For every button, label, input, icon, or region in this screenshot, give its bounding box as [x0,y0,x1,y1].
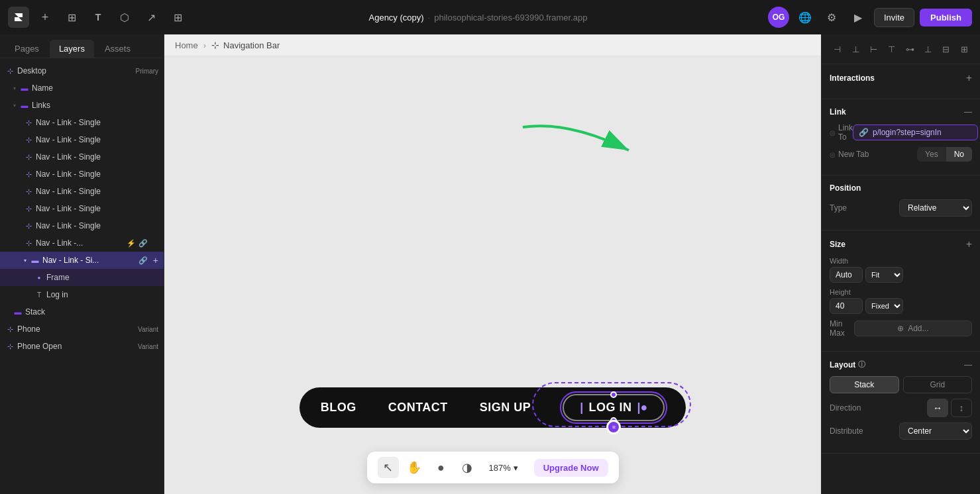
app-url: philosophical-stories-693990.framer.app [434,13,587,23]
layer-nav-link-7[interactable]: ⊹ Nav - Link - Single + [0,217,164,234]
add-size-btn[interactable]: + [966,238,972,250]
layer-phone-open[interactable]: ⊹ Phone Open Variant [0,338,164,355]
layers-content: ⊹ Desktop Primary ▾ ▬ Name ▾ ▬ Links ⊹ N… [0,58,164,494]
layer-nav-link-truncated[interactable]: ⊹ Nav - Link -... ⚡ 🔗 + [0,234,164,252]
layout-type-btns: Stack Grid [830,376,972,393]
play-btn[interactable]: ▶ [847,7,869,28]
upgrade-btn[interactable]: Upgrade Now [534,459,608,477]
height-type-select[interactable]: Fixed Fit Fill [865,298,903,314]
zoom-level: 187% [488,463,510,473]
add-btn[interactable]: + [34,7,56,28]
layer-nav-link-6[interactable]: ⊹ Nav - Link - Single + [0,200,164,217]
add-min-max-btn[interactable]: ⊕ Add... [854,321,972,336]
layer-phone-badge: Variant [138,326,158,333]
link-btn[interactable]: ↗ [140,7,162,28]
layer-desktop-badge: Primary [136,68,158,75]
layer-nav-link-4[interactable]: ⊹ Nav - Link - Single + [0,166,164,183]
position-header: Position [830,183,972,193]
tab-pages[interactable]: Pages [5,40,48,58]
settings-btn[interactable]: ⚙ [821,7,842,28]
layer-nav-link-1[interactable]: ⊹ Nav - Link - Single + [0,114,164,131]
layout-collapse-btn[interactable]: — [964,360,972,370]
direction-row: Direction ↔ ↕ [830,399,972,417]
link-collapse-btn[interactable]: — [964,107,972,117]
new-tab-no-btn[interactable]: No [946,147,972,162]
distribute-select[interactable]: Center Start End Space Between [899,422,972,440]
green-arrow [516,114,649,170]
dir-vertical-btn[interactable]: ↕ [951,399,972,417]
link-to-row: ◎ Link To 🔗 [830,123,972,142]
layer-desktop[interactable]: ⊹ Desktop Primary [0,62,164,79]
new-tab-yes-btn[interactable]: Yes [917,147,946,162]
frame-icon-stack: ▬ [13,307,23,317]
publish-button[interactable]: Publish [920,9,972,26]
layer-phone[interactable]: ⊹ Phone Variant [0,321,164,338]
layer-links[interactable]: ▾ ▬ Links [0,97,164,114]
dark-mode-btn[interactable]: ◑ [457,457,478,478]
align-right-btn[interactable]: ⊢ [866,41,881,57]
add-min-max-icon: ⊕ [897,324,904,333]
layer-nav-link-selected[interactable]: ▾ ▬ Nav - Link - Si... 🔗 + [0,252,164,269]
dir-horizontal-btn[interactable]: ↔ [927,399,948,417]
align-dist-v-btn[interactable]: ⊞ [957,41,972,57]
align-center-h-btn[interactable]: ⊥ [847,41,863,57]
tab-layers[interactable]: Layers [50,40,94,58]
framer-logo-btn[interactable] [8,7,29,28]
position-type-select[interactable]: Relative Absolute Fixed [899,199,972,217]
frame-icon-links: ▬ [20,101,29,110]
component-icon-t: ⊹ [24,238,33,248]
invite-button[interactable]: Invite [874,8,914,27]
layer-name[interactable]: ▾ ▬ Name [0,79,164,97]
component-icon-2: ⊹ [24,135,33,144]
position-type-label: Type [830,203,847,213]
align-top-btn[interactable]: ⊤ [884,41,899,57]
layer-login-text[interactable]: T Log in [0,286,164,303]
link-to-input[interactable] [873,128,972,137]
app-name: Agency (copy) [369,13,424,23]
link-icon-sel: 🔗 [138,256,148,265]
drag-handle[interactable]: ≡ [606,420,621,434]
breadcrumb-home[interactable]: Home [175,40,198,50]
position-section: Position Type Relative Absolute Fixed [822,175,980,230]
layer-nav-link-3[interactable]: ⊹ Nav - Link - Single + [0,148,164,166]
layer-nav-link-2[interactable]: ⊹ Nav - Link - Single + [0,131,164,148]
width-type-select[interactable]: Fit Fill Fixed [865,267,903,283]
zoom-control[interactable]: 187% ▾ [483,463,523,473]
avatar-btn[interactable]: OG [768,7,789,28]
size-title: Size [830,240,845,249]
layout-grid-btn[interactable]: Grid [903,376,973,393]
resize-handle-top[interactable] [610,391,617,398]
layer-frame-child[interactable]: ● Frame [0,269,164,286]
select-tool-btn[interactable]: ↖ [377,457,398,478]
component-btn[interactable]: ⊞ [167,7,188,28]
align-center-v-btn[interactable]: ⊶ [902,41,918,57]
shape-btn[interactable]: ⬡ [114,7,135,28]
text-btn[interactable]: T [87,7,109,28]
align-dist-h-btn[interactable]: ⊟ [938,41,953,57]
size-header: Size + [830,238,972,250]
grid-btn[interactable]: ⊞ [61,7,82,28]
layer-nav-link-5[interactable]: ⊹ Nav - Link - Single + [0,183,164,200]
dot-icon: ● [34,273,44,282]
component-icon-1: ⊹ [24,118,33,127]
new-tab-row: ◎ New Tab Yes No [830,147,972,162]
globe-btn[interactable]: 🌐 [794,7,816,28]
tab-assets[interactable]: Assets [95,40,140,58]
height-input[interactable] [830,298,863,314]
left-panel: Pages Layers Assets ⊹ Desktop Primary ▾ … [0,34,164,494]
main-layout: Pages Layers Assets ⊹ Desktop Primary ▾ … [0,34,980,494]
component-icon-phone: ⊹ [5,324,15,334]
nav-login-btn[interactable]: | LOG IN |● [563,394,665,421]
comment-btn[interactable]: ● [430,457,451,478]
pan-tool-btn[interactable]: ✋ [404,457,425,478]
layout-stack-btn[interactable]: Stack [830,376,899,393]
align-bottom-btn[interactable]: ⊥ [920,41,936,57]
layer-stack[interactable]: ▬ Stack [0,303,164,321]
align-left-btn[interactable]: ⊣ [830,41,845,57]
width-input[interactable] [830,267,863,283]
nav-login-text: LOG IN [588,401,631,415]
new-tab-label: ◎ New Tab [830,150,869,159]
add-interaction-btn[interactable]: + [966,72,972,84]
breadcrumb-arrow: › [203,40,206,50]
breadcrumb: Home › ⊹ Navigation Bar [164,34,821,56]
